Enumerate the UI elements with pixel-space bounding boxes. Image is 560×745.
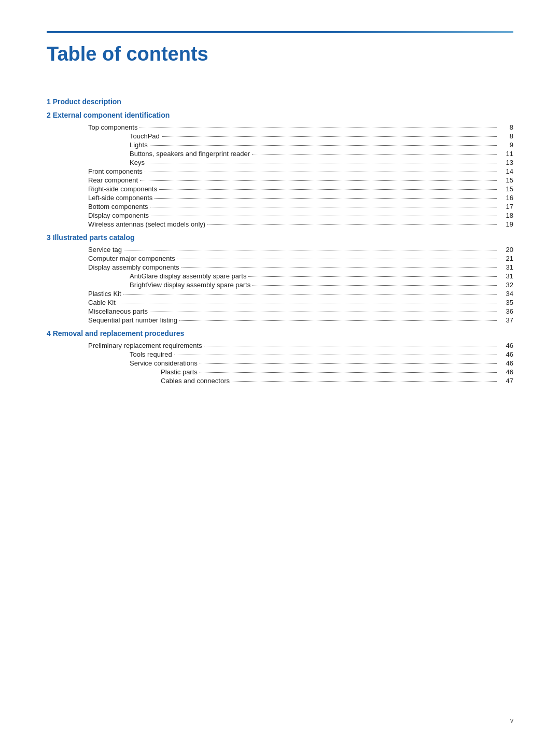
dots bbox=[140, 180, 497, 181]
dots bbox=[204, 346, 497, 346]
toc-entry: Left-side components16 bbox=[47, 194, 513, 202]
page-number: 8 bbox=[499, 132, 513, 140]
toc-entry: Plastics Kit34 bbox=[47, 290, 513, 298]
page-number: 37 bbox=[499, 316, 513, 324]
entry-text: Rear component bbox=[88, 176, 138, 184]
top-border bbox=[47, 31, 513, 33]
toc-entry: Bottom components17 bbox=[47, 203, 513, 210]
dots bbox=[150, 145, 497, 146]
dots bbox=[150, 312, 497, 312]
section-header-section3: 3 Illustrated parts catalog bbox=[47, 233, 513, 242]
dots bbox=[253, 285, 497, 286]
entry-text: Service tag bbox=[88, 246, 122, 254]
entry-text: AntiGlare display assembly spare parts bbox=[130, 272, 246, 280]
entry-text: Display components bbox=[88, 212, 149, 219]
page-number: 46 bbox=[499, 342, 513, 349]
page-number: 9 bbox=[499, 141, 513, 149]
page-number: 13 bbox=[499, 159, 513, 166]
page-title: Table of contents bbox=[47, 43, 513, 66]
page-number: 32 bbox=[499, 281, 513, 289]
entry-text: Left-side components bbox=[88, 194, 152, 202]
toc-entry: Plastic parts46 bbox=[47, 368, 513, 376]
entry-text: Front components bbox=[88, 167, 143, 175]
dots bbox=[232, 381, 497, 382]
entry-text: Computer major components bbox=[88, 255, 175, 262]
toc-entry: Cable Kit35 bbox=[47, 299, 513, 306]
toc-sections: 1 Product description2 External componen… bbox=[47, 97, 513, 385]
dots bbox=[181, 268, 497, 268]
entry-text: Plastics Kit bbox=[88, 290, 121, 298]
entry-text: Sequential part number listing bbox=[88, 316, 177, 324]
toc-entry: TouchPad8 bbox=[47, 132, 513, 140]
dots bbox=[162, 136, 497, 137]
dots bbox=[200, 363, 497, 364]
toc-entry: Front components14 bbox=[47, 167, 513, 175]
dots bbox=[124, 250, 497, 250]
entry-text: Lights bbox=[130, 141, 148, 149]
toc-entry: AntiGlare display assembly spare parts31 bbox=[47, 272, 513, 280]
entry-text: Cable Kit bbox=[88, 299, 116, 306]
toc-entry: Sequential part number listing37 bbox=[47, 316, 513, 324]
dots bbox=[123, 294, 497, 294]
page-number: 15 bbox=[499, 185, 513, 193]
entry-text: Service considerations bbox=[130, 359, 198, 367]
entry-text: TouchPad bbox=[130, 132, 160, 140]
toc-entry: Preliminary replacement requirements46 bbox=[47, 342, 513, 349]
entry-text: Miscellaneous parts bbox=[88, 307, 148, 315]
dots bbox=[139, 128, 497, 128]
page-number: 35 bbox=[499, 299, 513, 306]
page-number: 16 bbox=[499, 194, 513, 202]
entry-text: Tools required bbox=[130, 350, 172, 358]
entry-text: Buttons, speakers and fingerprint reader bbox=[130, 150, 250, 158]
toc-entry: Right-side components15 bbox=[47, 185, 513, 193]
toc-entry: Service considerations46 bbox=[47, 359, 513, 367]
dots bbox=[145, 172, 497, 172]
entry-text: Cables and connectors bbox=[161, 377, 230, 385]
page-number: 31 bbox=[499, 263, 513, 271]
footer: v bbox=[510, 717, 513, 724]
dots bbox=[177, 259, 497, 259]
dots bbox=[147, 163, 497, 163]
toc-entry: Service tag20 bbox=[47, 246, 513, 254]
toc-entry: Rear component15 bbox=[47, 176, 513, 184]
toc-entry: BrightView display assembly spare parts3… bbox=[47, 281, 513, 289]
page-number: 18 bbox=[499, 212, 513, 219]
section-header-section4: 4 Removal and replacement procedures bbox=[47, 329, 513, 338]
dots bbox=[150, 207, 497, 207]
page-number: 46 bbox=[499, 368, 513, 376]
entry-text: BrightView display assembly spare parts bbox=[130, 281, 250, 289]
page-number: 20 bbox=[499, 246, 513, 254]
toc-entry: Lights9 bbox=[47, 141, 513, 149]
dots bbox=[207, 224, 497, 225]
toc-entry: Buttons, speakers and fingerprint reader… bbox=[47, 150, 513, 158]
entry-text: Display assembly components bbox=[88, 263, 179, 271]
dots bbox=[200, 372, 497, 373]
entry-text: Plastic parts bbox=[161, 368, 198, 376]
dots bbox=[159, 189, 497, 190]
toc-entry: Tools required46 bbox=[47, 350, 513, 358]
entry-text: Keys bbox=[130, 159, 145, 166]
page-number: 17 bbox=[499, 203, 513, 210]
entry-text: Right-side components bbox=[88, 185, 157, 193]
dots bbox=[174, 355, 497, 355]
toc-entry: Display assembly components31 bbox=[47, 263, 513, 271]
entry-text: Top components bbox=[88, 123, 137, 131]
dots bbox=[151, 216, 497, 216]
page-number: 34 bbox=[499, 290, 513, 298]
page-number: 46 bbox=[499, 359, 513, 367]
toc-entry: Miscellaneous parts36 bbox=[47, 307, 513, 315]
page-number: 21 bbox=[499, 255, 513, 262]
dots bbox=[118, 303, 497, 303]
page-number: 15 bbox=[499, 176, 513, 184]
page-number: 14 bbox=[499, 167, 513, 175]
dots bbox=[252, 154, 497, 154]
page-number: 47 bbox=[499, 377, 513, 385]
toc-entry: Cables and connectors47 bbox=[47, 377, 513, 385]
toc-entry: Keys13 bbox=[47, 159, 513, 166]
dots bbox=[155, 198, 497, 199]
toc-entry: Top components8 bbox=[47, 123, 513, 131]
entry-text: Preliminary replacement requirements bbox=[88, 342, 202, 349]
page: Table of contents 1 Product description2… bbox=[0, 0, 560, 745]
toc-entry: Display components18 bbox=[47, 212, 513, 219]
dots bbox=[179, 320, 497, 321]
